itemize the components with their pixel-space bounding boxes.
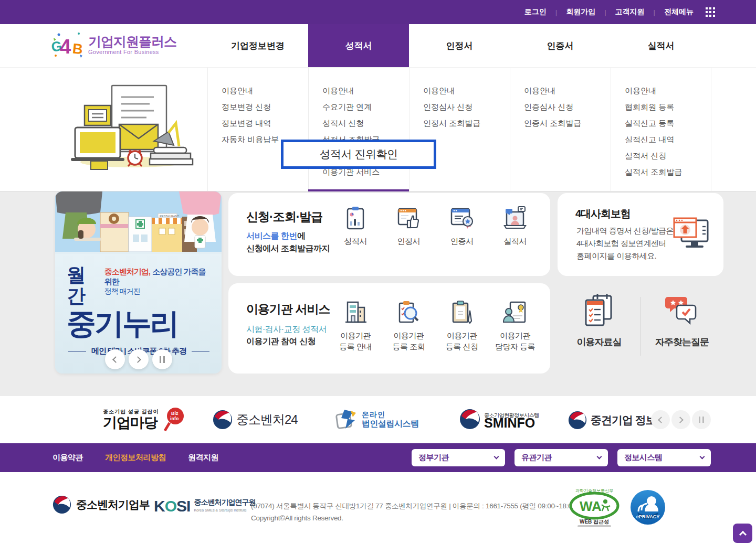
shortcut-recognition[interactable]: 인정서 — [385, 206, 432, 247]
address-line: (07074) 서울특별시 동작구 신대방1가길 77 중소벤처기업연구원 | … — [251, 500, 578, 512]
footer-utility-bar: 이용약관 개인정보처리방침 원격지원 정부기관 유관기관 정보시스템 — [0, 443, 756, 472]
menu-item[interactable]: 협회회원 등록 — [611, 99, 711, 115]
menu-item[interactable]: 정보변경 내역 — [208, 115, 308, 131]
nav-item-recognition[interactable]: 인정서 — [409, 24, 510, 67]
header: G 4 B 기업지원플러스 Government For Business 기업… — [0, 24, 756, 67]
nav-item-test-report[interactable]: 성적서 — [308, 24, 409, 67]
nav-item-company-info[interactable]: 기업정보변경 — [207, 24, 308, 67]
ministry-name: 중소벤처기업부 — [76, 497, 150, 512]
banner-body: 월간 중소벤처기업, 소상공인 가족을 위한 정책 매거진 중기누리 메인 테마… — [55, 254, 222, 374]
faq-label: 자주찾는질문 — [655, 336, 709, 348]
footer: 중소벤처기업부 KOSI 중소벤처기업연구원 Korea SMEs & Star… — [0, 472, 756, 544]
g4b-logo-icon: G 4 B — [51, 30, 84, 59]
kosi-logo: KOSI 중소벤처기업연구원 Korea SMEs & Startups Ins… — [154, 498, 255, 514]
checklist-magnifier-icon — [395, 299, 422, 325]
org-label-line1: 이용기관 — [500, 331, 530, 340]
partner-bizinfo[interactable]: 중소기업 성공 길잡이 기업마당 Biz info — [103, 406, 186, 433]
partner-sme24[interactable]: 중소벤처24 — [213, 410, 298, 430]
banner-next-button[interactable] — [129, 349, 149, 369]
faq-bubbles-icon — [664, 293, 700, 329]
card-title: 이용기관 서비스 — [246, 301, 330, 317]
nav-item-performance[interactable]: 실적서 — [611, 24, 711, 67]
thumbs-up-window-icon — [396, 206, 421, 231]
banner-tag-line2: 정책 매거진 — [104, 286, 211, 296]
org-registration-guide[interactable]: 이용기관등록 안내 — [332, 299, 379, 352]
chevron-right-icon — [677, 417, 684, 423]
faq-link[interactable]: 자주찾는질문 — [640, 293, 723, 366]
shortcut-label: 인정서 — [397, 236, 421, 247]
org-manager-registration[interactable]: 이용기관담당자 등록 — [492, 299, 538, 352]
desk-illustration — [71, 79, 197, 171]
banner-pause-button[interactable] — [152, 349, 172, 369]
chevron-down-icon — [700, 454, 705, 460]
copyright-line: Copyright©All rights Reserved. — [251, 512, 578, 524]
pause-icon — [160, 356, 165, 363]
partner-logos-strip: 중소기업 성공 길잡이 기업마당 Biz info 중소벤처24 — [0, 396, 756, 443]
shortcut-test-report[interactable]: 성적서 — [332, 206, 379, 247]
pause-icon — [699, 417, 704, 423]
scroll-to-top-button[interactable] — [733, 524, 752, 543]
org-registration-apply[interactable]: 이용기관등록 신청 — [439, 299, 485, 352]
terms-link[interactable]: 이용약관 — [52, 453, 83, 463]
partners-pause-button[interactable] — [692, 410, 711, 429]
all-menu-link[interactable]: 전체메뉴 — [655, 7, 702, 17]
gov-emblem-icon — [213, 410, 233, 430]
svg-text:WEB 접근성: WEB 접근성 — [580, 519, 609, 525]
banner-illustration: RESTAURANT — [55, 191, 222, 252]
highlighted-menu-item-authenticity-check[interactable]: 성적서 진위확인 — [281, 140, 436, 169]
menu-item[interactable]: 실적신고 내역 — [611, 131, 711, 147]
menu-item[interactable]: 이용안내 — [410, 82, 510, 99]
partners-prev-button[interactable] — [651, 410, 670, 429]
privacy-policy-link[interactable]: 개인정보처리방침 — [105, 453, 166, 463]
partner-online-incorporation[interactable]: 온라인 법인설립시스템 — [335, 409, 419, 430]
info-systems-select[interactable]: 정보시스템 — [617, 449, 711, 466]
certificate-medal-icon — [449, 206, 475, 231]
card-body-text: 가입내역 증명서 신청/발급은 4대사회보험 정보연계센터 홈페이지를 이용하세… — [576, 225, 674, 262]
menu-item[interactable]: 성적서 신청 — [309, 115, 409, 131]
bizinfo-magnifier-icon: Biz info — [163, 406, 186, 433]
archive-label: 이용자료실 — [577, 336, 622, 348]
menu-item[interactable]: 이용안내 — [208, 82, 308, 99]
login-link[interactable]: 로그인 — [516, 7, 555, 17]
menu-col-recognition: 이용안내 인정심사 신청 인정서 조회발급 — [409, 68, 510, 191]
shortcut-performance[interactable]: 실적서 — [492, 206, 538, 247]
shortcut-label: 인증서 — [450, 236, 474, 247]
menu-item[interactable]: 실적신고 등록 — [611, 115, 711, 131]
support-link[interactable]: 고객지원 — [606, 7, 654, 17]
site-logo[interactable]: G 4 B 기업지원플러스 Government For Business — [51, 30, 176, 59]
org-registration-inquiry[interactable]: 이용기관등록 조회 — [385, 299, 432, 352]
menu-item[interactable]: 이용안내 — [309, 82, 409, 99]
topbar: 로그인 | 회원가입 | 고객지원 | 전체메뉴 — [0, 0, 756, 24]
card-social-insurance[interactable]: 4대사회보험 가입내역 증명서 신청/발급은 4대사회보험 정보연계센터 홈페이… — [558, 193, 723, 276]
quick-links: 이용자료실 자주찾는질문 — [558, 293, 723, 366]
menu-item[interactable]: 실적서 신청 — [611, 147, 711, 164]
gov-agencies-select[interactable]: 정부기관 — [412, 449, 505, 466]
main-nav: 기업정보변경 성적서 인정서 인증서 실적서 — [207, 24, 711, 67]
gov-emblem-icon — [52, 495, 71, 514]
remote-support-link[interactable]: 원격지원 — [188, 453, 218, 463]
partner-sminfo[interactable]: 중소기업현황정보시스템 SMINFO — [459, 409, 539, 430]
related-agencies-select[interactable]: 유관기관 — [514, 449, 608, 466]
menu-item[interactable]: 수요기관 연계 — [309, 99, 409, 115]
menu-item[interactable]: 이용안내 — [510, 82, 611, 99]
promo-banner[interactable]: RESTAURANT 월간 중소벤처기업, 소상공인 가족을 위한 — [55, 191, 222, 374]
menu-col-company-info: 이용안내 정보변경 신청 정보변경 내역 자동차 비용납부 — [207, 68, 308, 191]
chevron-down-icon — [597, 454, 602, 460]
all-menu-grid-icon[interactable] — [706, 7, 715, 17]
archive-link[interactable]: 이용자료실 — [558, 293, 640, 366]
menu-item[interactable]: 정보변경 신청 — [208, 99, 308, 115]
menu-item[interactable]: 인증심사 신청 — [510, 99, 611, 115]
menu-item[interactable]: 인정서 조회발급 — [410, 115, 510, 131]
menu-item[interactable]: 인증서 조회발급 — [510, 115, 611, 131]
nav-item-certification[interactable]: 인증서 — [510, 24, 611, 67]
partner-name: 중소벤처24 — [236, 411, 298, 428]
signup-link[interactable]: 회원가입 — [557, 7, 604, 17]
banner-tag-red: 중소벤처기업, — [104, 267, 150, 276]
banner-prev-button[interactable] — [105, 349, 125, 369]
shortcut-certification[interactable]: 인증서 — [439, 206, 485, 247]
incorporation-icon — [335, 409, 358, 430]
menu-item[interactable]: 인정심사 신청 — [410, 99, 510, 115]
menu-item[interactable]: 이용안내 — [611, 82, 711, 99]
menu-item[interactable]: 실적서 조회발급 — [611, 164, 711, 180]
partners-next-button[interactable] — [671, 410, 690, 429]
